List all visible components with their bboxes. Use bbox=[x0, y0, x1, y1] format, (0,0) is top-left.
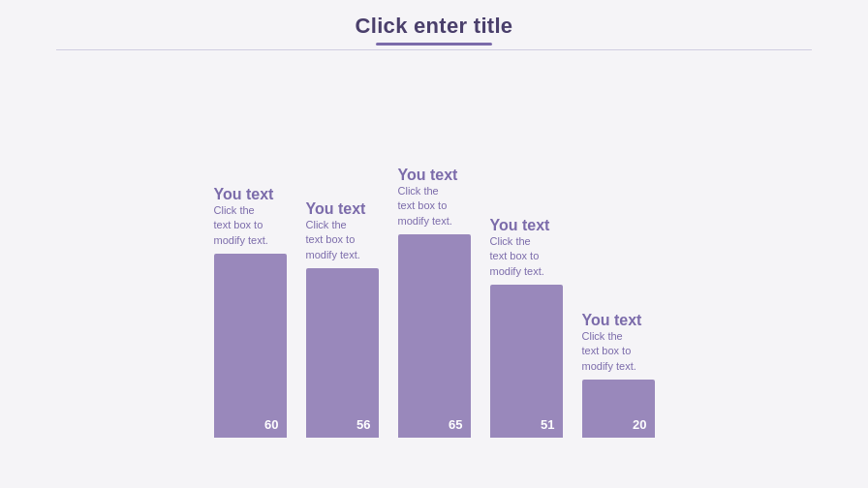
bar-5[interactable]: 20 bbox=[582, 380, 655, 438]
page-container: Click enter title You textClick thetext … bbox=[0, 0, 868, 488]
bar-2[interactable]: 56 bbox=[306, 268, 379, 438]
bar-group-4[interactable]: You textClick thetext box tomodify text.… bbox=[490, 217, 563, 438]
bar-value-5: 20 bbox=[633, 417, 646, 432]
bar-4[interactable]: 51 bbox=[490, 285, 563, 438]
title-area: Click enter title bbox=[0, 14, 868, 46]
bar-description-4: Click thetext box tomodify text. bbox=[490, 234, 550, 279]
bar-label-3: You textClick thetext box tomodify text. bbox=[398, 167, 458, 229]
bar-value-4: 51 bbox=[541, 417, 554, 432]
bar-description-3: Click thetext box tomodify text. bbox=[398, 184, 458, 229]
bar-group-3[interactable]: You textClick thetext box tomodify text.… bbox=[398, 167, 471, 438]
bar-3[interactable]: 65 bbox=[398, 234, 471, 438]
bar-heading-1: You text bbox=[214, 186, 274, 203]
bar-description-1: Click thetext box tomodify text. bbox=[214, 203, 274, 248]
bar-value-2: 56 bbox=[356, 417, 370, 432]
bar-description-2: Click thetext box tomodify text. bbox=[306, 218, 366, 262]
bar-heading-3: You text bbox=[398, 167, 458, 184]
bar-group-2[interactable]: You textClick thetext box tomodify text.… bbox=[306, 200, 379, 438]
bar-description-5: Click thetext box tomodify text. bbox=[582, 329, 642, 374]
bar-heading-4: You text bbox=[490, 217, 550, 234]
bar-value-1: 60 bbox=[264, 417, 278, 432]
bar-wrapper-1: 60 bbox=[214, 254, 287, 438]
bar-heading-2: You text bbox=[306, 200, 366, 218]
bar-value-3: 65 bbox=[449, 417, 462, 432]
bar-wrapper-3: 65 bbox=[398, 234, 471, 438]
bar-label-2: You textClick thetext box tomodify text. bbox=[306, 200, 366, 262]
bar-label-5: You textClick thetext box tomodify text. bbox=[582, 312, 642, 374]
bar-group-1[interactable]: You textClick thetext box tomodify text.… bbox=[214, 186, 287, 438]
bar-wrapper-5: 20 bbox=[582, 380, 655, 438]
divider bbox=[56, 49, 812, 50]
bar-label-4: You textClick thetext box tomodify text. bbox=[490, 217, 550, 279]
bar-wrapper-4: 51 bbox=[490, 285, 563, 438]
bar-group-5[interactable]: You textClick thetext box tomodify text.… bbox=[582, 312, 655, 438]
page-title[interactable]: Click enter title bbox=[0, 14, 868, 39]
bar-wrapper-2: 56 bbox=[306, 268, 379, 438]
bar-heading-5: You text bbox=[582, 312, 642, 329]
chart-area: You textClick thetext box tomodify text.… bbox=[0, 60, 868, 438]
bar-1[interactable]: 60 bbox=[214, 254, 287, 438]
bar-label-1: You textClick thetext box tomodify text. bbox=[214, 186, 274, 248]
title-underline bbox=[376, 43, 492, 46]
